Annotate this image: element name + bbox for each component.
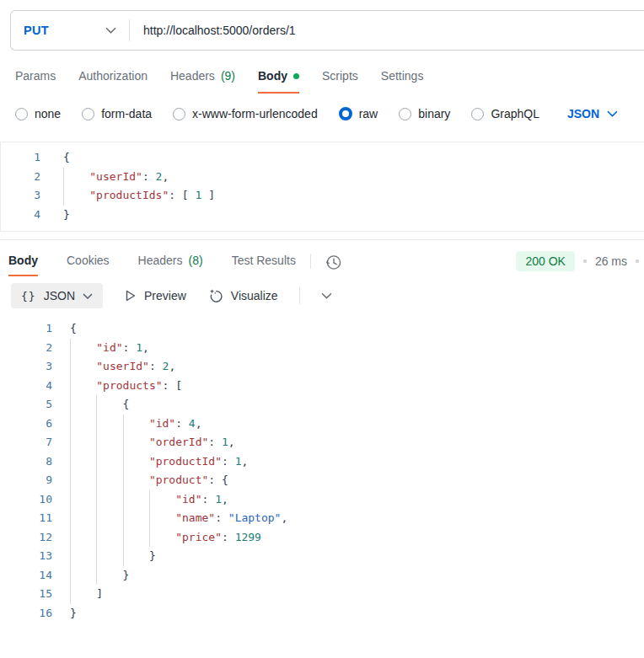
line-number: 2 [0,339,52,358]
line-number: 3 [0,357,52,377]
request-body-editor[interactable]: 1{2"userId": 2,3"productIds": [ 1 ]4} [0,142,644,232]
code-text: } [40,206,70,225]
line-number: 5 [0,395,52,415]
response-format-selector[interactable]: {} JSON [11,283,103,308]
code-line: 14} [0,566,644,586]
language-selector[interactable]: JSON [567,107,618,120]
url-input[interactable]: http://localhost:5000/orders/1 [130,24,296,37]
code-line: 11"name": "Laptop", [0,509,644,528]
code-line: 9"product": { [0,471,644,490]
radio-label: raw [359,107,378,120]
code-text: { [52,395,129,415]
radio-binary[interactable]: binary [399,107,450,120]
tab-body[interactable]: Body [258,64,299,94]
tab-label: Body [258,69,287,83]
chevron-down-icon [83,293,93,299]
code-line: 12"price": 1299 [0,528,644,548]
tab-settings[interactable]: Settings [381,64,424,94]
radio-label: GraphQL [491,107,539,120]
sparkle-lens-icon [207,288,223,304]
tab-cookies[interactable]: Cookies [67,250,110,276]
code-line: 16} [0,604,644,623]
line-number: 3 [1,186,40,206]
tab-response-body[interactable]: Body [8,250,38,276]
radio-raw[interactable]: raw [339,107,378,120]
toolbar-divider [299,287,300,304]
code-text: "id": 1, [52,339,149,358]
tab-label: Params [15,69,56,83]
code-text: "id": 1, [52,490,228,510]
request-tabs: Params Authorization Headers (9) Body Sc… [0,64,644,94]
chevron-down-icon [105,27,116,34]
code-text: { [40,148,70,168]
visualize-label: Visualize [231,289,278,302]
radio-icon [399,108,411,120]
code-line: 7"orderId": 1, [0,433,644,452]
format-label: JSON [44,289,75,302]
response-body-viewer[interactable]: 1{2"id": 1,3"userId": 2,4"products": [5{… [0,319,644,643]
response-options-chevron-icon[interactable] [321,292,332,299]
line-number: 6 [0,415,52,434]
headers-count: (9) [221,69,235,83]
visualize-button[interactable]: Visualize [207,288,278,304]
code-text: "product": { [52,471,228,490]
language-label: JSON [567,107,599,120]
response-toolbar: {} JSON Preview Visualize [0,283,644,308]
code-text: "userId": 2, [52,357,175,377]
radio-label: none [35,107,61,120]
code-text: "productIds": [ 1 ] [40,186,215,206]
tab-label: Authorization [78,69,148,83]
radio-form-data[interactable]: form-data [82,107,152,120]
radio-icon [15,108,28,120]
tab-test-results[interactable]: Test Results [232,250,296,276]
tab-headers[interactable]: Headers (9) [170,64,235,94]
code-line: 2"id": 1, [0,339,644,358]
code-line: 1{ [0,319,644,339]
radio-label: x-www-form-urlencoded [192,107,318,120]
tab-label: Cookies [67,254,110,267]
code-text: } [52,604,77,623]
line-number: 9 [0,471,52,490]
response-header: Body Cookies Headers (8) Test Results 20… [0,240,644,276]
code-line: 8"productId": 1, [0,452,644,472]
line-number: 2 [1,168,40,187]
tab-label: Test Results [232,254,296,267]
code-text: } [52,566,129,586]
line-number: 13 [0,547,52,566]
preview-label: Preview [144,289,186,302]
radio-none[interactable]: none [15,107,61,120]
history-clock-icon[interactable] [324,253,343,272]
method-selector[interactable]: PUT [11,24,129,37]
preview-button[interactable]: Preview [124,289,186,302]
code-line: 4} [1,206,644,225]
radio-x-www-form-urlencoded[interactable]: x-www-form-urlencoded [173,107,318,120]
meta-dot-separator [636,259,639,263]
tab-label: Headers [138,254,183,267]
code-line: 4"products": [ [0,377,644,396]
line-number: 7 [0,433,52,452]
curly-braces-icon: {} [21,290,36,302]
body-type-options: none form-data x-www-form-urlencoded raw… [0,99,644,128]
tab-params[interactable]: Params [15,64,56,94]
line-number: 14 [0,566,52,586]
tab-scripts[interactable]: Scripts [322,64,358,94]
code-line: 15] [0,585,644,604]
code-line: 3"userId": 2, [0,357,644,377]
headers-count: (8) [189,254,203,267]
radio-icon [471,108,484,120]
tab-authorization[interactable]: Authorization [78,64,148,94]
code-text: "userId": 2, [40,168,169,187]
code-line: 13} [0,547,644,566]
code-text: "productId": 1, [52,452,248,472]
response-time[interactable]: 26 ms [595,254,627,268]
line-number: 15 [0,585,52,604]
radio-icon [173,108,185,120]
tab-response-headers[interactable]: Headers (8) [138,250,203,276]
body-modified-dot-icon [293,73,299,79]
radio-graphql[interactable]: GraphQL [471,107,539,120]
line-number: 11 [0,509,52,528]
history-divider [310,254,311,269]
line-number: 1 [0,319,52,339]
status-badge[interactable]: 200 OK [516,251,574,271]
tab-label: Settings [381,69,424,83]
